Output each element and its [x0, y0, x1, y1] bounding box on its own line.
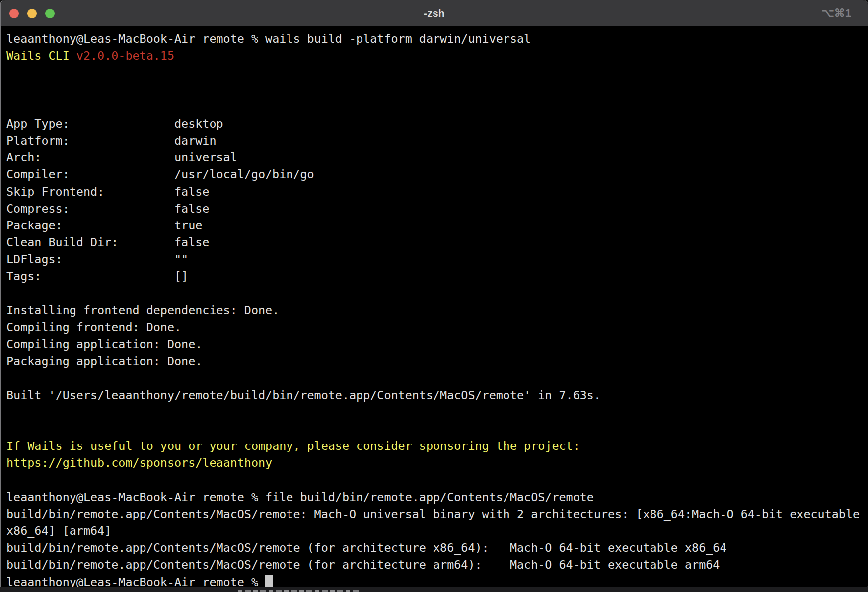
setting-package: Package:true — [6, 217, 868, 234]
terminal-text-segment: v2.0.0-beta.15 — [76, 49, 174, 63]
setting-label: Package: — [6, 217, 174, 234]
setting-value: desktop — [174, 117, 223, 131]
blank-line — [6, 471, 868, 488]
setting-ldflags: LDFlags:"" — [6, 251, 868, 268]
terminal-cursor — [265, 575, 273, 589]
setting-arch: Arch:universal — [6, 149, 868, 166]
file-output-universal-wrap: x86_64] [arm64] — [6, 522, 868, 539]
setting-value: darwin — [174, 134, 217, 148]
terminal-text-segment: Installing frontend dependencies: Done. — [6, 303, 279, 317]
status-compiling-frontend: Compiling frontend: Done. — [6, 319, 868, 336]
terminal-content[interactable]: leaanthony@Leas-MacBook-Air remote % wai… — [1, 27, 868, 590]
prompt-file-command: leaanthony@Leas-MacBook-Air remote % fil… — [6, 489, 868, 506]
blank-line — [6, 64, 868, 81]
setting-skip-frontend: Skip Frontend:false — [6, 183, 868, 200]
terminal-text-segment: Packaging application: Done. — [6, 354, 202, 368]
blank-line — [6, 285, 868, 302]
terminal-text-segment: build/bin/remote.app/Contents/MacOS/remo… — [6, 558, 720, 572]
setting-label: Clean Build Dir: — [6, 234, 174, 251]
status-packaging-application: Packaging application: Done. — [6, 353, 868, 370]
setting-value: "" — [174, 252, 188, 266]
status-compiling-application: Compiling application: Done. — [6, 336, 868, 353]
sponsor-url-line: https://github.com/sponsors/leaanthony — [6, 454, 868, 471]
blank-line — [6, 81, 868, 98]
setting-value: /usr/local/go/bin/go — [174, 167, 314, 181]
setting-value: false — [174, 235, 209, 249]
clipped-background-text — [238, 590, 360, 592]
build-result-line: Built '/Users/leaanthony/remote/build/bi… — [6, 387, 868, 404]
status-installing-frontend: Installing frontend dependencies: Done. — [6, 302, 868, 319]
terminal-text-segment: If Wails is useful to you or your compan… — [6, 439, 580, 453]
close-button[interactable] — [9, 9, 19, 18]
traffic-lights — [9, 9, 55, 18]
setting-label: App Type: — [6, 115, 174, 132]
setting-value: universal — [174, 150, 237, 164]
file-output-arm64: build/bin/remote.app/Contents/MacOS/remo… — [6, 556, 868, 573]
setting-value: [] — [174, 269, 188, 283]
terminal-text-segment: build/bin/remote.app/Contents/MacOS/remo… — [6, 507, 860, 521]
setting-label: Skip Frontend: — [6, 183, 174, 200]
terminal-text-segment: leaanthony@Leas-MacBook-Air remote % fil… — [6, 490, 594, 504]
blank-line — [6, 404, 868, 421]
terminal-text-segment: Compiling application: Done. — [6, 337, 202, 351]
setting-label: Compress: — [6, 200, 174, 217]
terminal-text-segment: https://github.com/sponsors/leaanthony — [6, 456, 272, 470]
setting-label: Platform: — [6, 132, 174, 149]
setting-clean-build-dir: Clean Build Dir:false — [6, 234, 868, 251]
blank-line — [6, 421, 868, 438]
minimize-button[interactable] — [27, 9, 37, 18]
setting-label: Arch: — [6, 149, 174, 166]
setting-value: false — [174, 202, 209, 216]
setting-label: Tags: — [6, 268, 174, 285]
setting-platform: Platform:darwin — [6, 132, 868, 149]
background-window-artifact — [0, 587, 868, 592]
terminal-text-segment: Compiling frontend: Done. — [6, 320, 181, 334]
window-shortcut-badge: ⌥⌘1 — [821, 7, 851, 20]
setting-app-type: App Type:desktop — [6, 115, 868, 132]
setting-compress: Compress:false — [6, 200, 868, 217]
blank-line — [6, 370, 868, 386]
file-output-x86-64: build/bin/remote.app/Contents/MacOS/remo… — [6, 539, 868, 556]
terminal-text-segment: Built '/Users/leaanthony/remote/build/bi… — [6, 388, 601, 402]
terminal-text-segment: x86_64] [arm64] — [6, 524, 111, 538]
zoom-button[interactable] — [45, 9, 55, 18]
setting-tags: Tags:[] — [6, 268, 868, 285]
setting-label: LDFlags: — [6, 251, 174, 268]
file-output-universal: build/bin/remote.app/Contents/MacOS/remo… — [6, 506, 868, 522]
terminal-window: -zsh ⌥⌘1 leaanthony@Leas-MacBook-Air rem… — [0, 0, 868, 590]
terminal-text-segment: build/bin/remote.app/Contents/MacOS/remo… — [6, 541, 726, 555]
sponsor-message-line: If Wails is useful to you or your compan… — [6, 438, 868, 454]
prompt-build-command: leaanthony@Leas-MacBook-Air remote % wai… — [6, 30, 868, 47]
setting-value: true — [174, 219, 202, 232]
setting-label: Compiler: — [6, 166, 174, 183]
titlebar[interactable]: -zsh ⌥⌘1 — [1, 0, 868, 27]
terminal-text-segment: Wails CLI — [6, 49, 76, 63]
setting-value: false — [174, 185, 209, 199]
blank-line — [6, 98, 868, 115]
wails-cli-version-line: Wails CLI v2.0.0-beta.15 — [6, 47, 868, 64]
setting-compiler: Compiler:/usr/local/go/bin/go — [6, 166, 868, 183]
window-title: -zsh — [424, 7, 445, 19]
terminal-text-segment: leaanthony@Leas-MacBook-Air remote % wai… — [6, 32, 531, 46]
